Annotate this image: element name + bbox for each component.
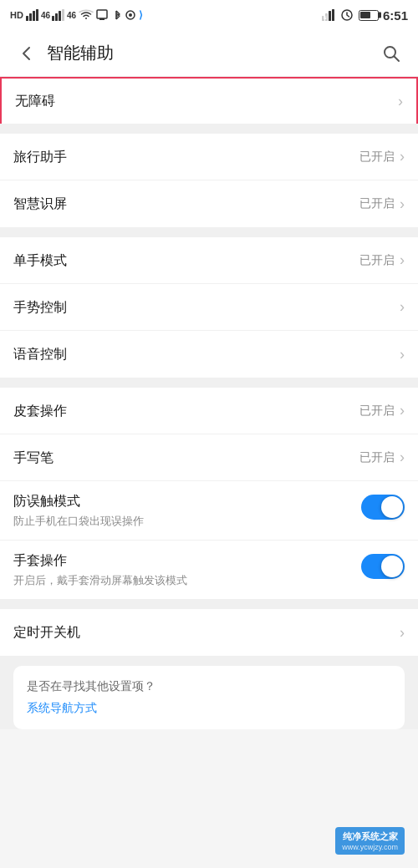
battery-icon [359,10,379,21]
chevron-icon: › [400,195,405,213]
svg-rect-15 [332,9,334,21]
status-right: N 6:51 [322,8,408,23]
menu-item-stylus[interactable]: 手写笔 已开启 › [0,434,418,481]
watermark: 纯净系统之家 www.ycwjzy.com [335,827,405,855]
svg-rect-7 [62,9,64,21]
menu-item-smart-screen[interactable]: 智慧识屏 已开启 › [0,180,418,227]
screen-icon [96,9,108,21]
data-indicator: ⟩ [139,9,143,21]
watermark-url: www.ycwjzy.com [342,843,398,851]
svg-rect-1 [29,13,32,21]
time-display: 6:51 [383,8,408,23]
section-hand: 单手模式 已开启 › 手势控制 › 语音控制 › [0,237,418,378]
menu-item-accessibility-label: 无障碍 [15,91,396,111]
menu-item-travel-label: 旅行助手 [13,147,359,167]
chevron-icon: › [400,449,405,466]
svg-point-11 [129,13,132,17]
watermark-title: 纯净系统之家 [343,830,398,843]
status-bar: HD 46 46 ⟩ N 6:51 [0,0,418,30]
content-area: 无障碍 › 旅行助手 已开启 › 智慧识屏 已开启 › [0,77,418,729]
chevron-icon: › [400,402,405,419]
chevron-icon: › [400,251,405,269]
chevron-icon: › [400,624,405,642]
signal-N-icon: N [322,9,335,21]
svg-rect-5 [55,13,58,21]
menu-item-one-hand[interactable]: 单手模式 已开启 › [0,237,418,284]
bluetooth-icon [110,9,122,21]
menu-item-mistouch[interactable]: 防误触模式 防止手机在口袋出现误操作 [0,481,418,541]
app-header: 智能辅助 [0,30,418,77]
svg-rect-14 [329,11,331,21]
menu-item-glove[interactable]: 手套操作 开启后，戴手套滑动屏幕触发该模式 [0,541,418,599]
section-timer: 定时开关机 › [0,609,418,656]
chevron-icon: › [400,346,405,363]
section-travel: 旅行助手 已开启 › 智慧识屏 已开启 › [0,134,418,227]
page-title: 智能辅助 [47,42,378,64]
status-left: HD 46 46 ⟩ [10,9,143,21]
svg-rect-8 [97,10,107,18]
section-accessibility: 无障碍 › [0,77,418,124]
search-button[interactable] [378,40,405,67]
menu-item-timer-shutdown[interactable]: 定时开关机 › [0,609,418,656]
menu-item-travel-assistant[interactable]: 旅行助手 已开启 › [0,134,418,180]
chevron-icon: › [400,298,405,316]
section-case: 皮套操作 已开启 › 手写笔 已开启 › 防误触模式 防止手机在口袋出现误操作 [0,388,418,599]
svg-rect-3 [36,9,38,21]
mistouch-toggle[interactable] [361,495,405,520]
svg-rect-4 [52,16,54,21]
bottom-card-question: 是否在寻找其他设置项？ [27,679,391,694]
back-button[interactable] [13,40,40,67]
svg-rect-0 [26,16,28,21]
chevron-icon: › [398,93,403,110]
svg-text:N: N [324,15,327,20]
svg-rect-9 [99,18,104,20]
bottom-card: 是否在寻找其他设置项？ 系统导航方式 [13,666,405,729]
status-signal-text: HD [10,10,23,20]
menu-item-smart-screen-right: 已开启 › [359,195,405,213]
status-network-icons: 46 46 [26,9,76,21]
clock-icon [339,9,354,21]
menu-item-travel-right: 已开启 › [359,148,405,165]
menu-item-smart-screen-label: 智慧识屏 [13,194,359,214]
system-nav-link[interactable]: 系统导航方式 [27,701,391,716]
nfc-icon [125,9,136,21]
glove-toggle[interactable] [361,554,405,579]
wifi-icon [79,9,94,21]
svg-rect-6 [59,11,61,21]
menu-item-accessibility[interactable]: 无障碍 › [0,77,418,124]
svg-rect-2 [33,11,35,21]
menu-item-voice[interactable]: 语音控制 › [0,331,418,378]
menu-item-case[interactable]: 皮套操作 已开启 › [0,388,418,434]
chevron-icon: › [400,148,405,165]
menu-item-gesture[interactable]: 手势控制 › [0,284,418,331]
menu-item-accessibility-right: › [396,93,403,110]
